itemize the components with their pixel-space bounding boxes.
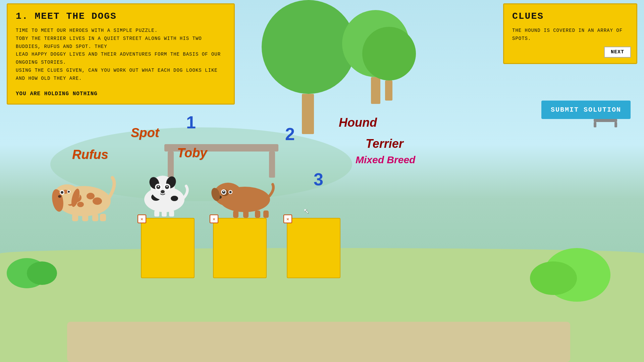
dog-rufus [47, 164, 121, 223]
path [67, 322, 570, 362]
clue-text: The hound is covered in an array of spot… [512, 27, 628, 43]
svg-point-3 [77, 202, 84, 207]
svg-rect-47 [255, 210, 260, 218]
info-heading: 1. Meet The Dogs [16, 11, 226, 21]
svg-point-40 [223, 191, 224, 192]
svg-rect-46 [243, 210, 249, 218]
holding-text: You are holding nothing [16, 91, 226, 97]
svg-point-11 [61, 191, 63, 194]
bush-left2 [27, 261, 57, 285]
svg-rect-45 [233, 210, 238, 218]
svg-point-14 [58, 195, 61, 198]
svg-point-30 [166, 186, 168, 187]
card-close-1[interactable]: ✕ [138, 215, 146, 223]
submit-solution-button[interactable]: Submit Solution [541, 101, 631, 119]
next-button[interactable]: NEXT [604, 47, 631, 58]
dog-spot [138, 164, 191, 218]
svg-rect-17 [92, 214, 98, 221]
card-close-3[interactable]: ✕ [283, 215, 292, 223]
svg-point-27 [158, 186, 159, 187]
card-slot-2[interactable]: ✕ [213, 218, 267, 278]
svg-point-2 [87, 193, 95, 199]
breed-hound: Hound [339, 116, 377, 130]
bush-right2 [530, 261, 577, 295]
number-label-1: 1 [186, 112, 196, 132]
clues-box: Clues The hound is covered in an array o… [503, 3, 637, 64]
info-box: 1. Meet The Dogs Time to meet our heroes… [7, 3, 235, 105]
svg-point-42 [229, 191, 232, 193]
card-slot-1[interactable]: ✕ [141, 218, 195, 278]
clues-heading: Clues [512, 11, 628, 21]
tree-far-right [362, 27, 416, 101]
breed-terrier: Terrier [366, 137, 404, 151]
svg-rect-34 [169, 210, 174, 217]
dog-label-spot: Spot [131, 126, 159, 140]
dog-toby [210, 161, 277, 220]
svg-point-4 [93, 197, 102, 205]
number-label-3: 3 [314, 169, 323, 189]
info-body: Time to meet our heroes with a simple pu… [16, 27, 226, 83]
svg-point-21 [171, 196, 178, 201]
dog-label-toby: Toby [177, 146, 207, 160]
svg-rect-32 [154, 210, 159, 217]
dog-label-rufus: Rufus [72, 147, 108, 162]
svg-rect-48 [263, 210, 269, 218]
tree-center [262, 0, 356, 134]
svg-point-31 [161, 190, 165, 193]
svg-rect-16 [82, 214, 88, 221]
svg-point-13 [68, 191, 70, 193]
svg-rect-15 [72, 214, 78, 221]
svg-rect-18 [100, 214, 106, 221]
number-label-2: 2 [285, 124, 295, 144]
svg-rect-33 [162, 210, 167, 217]
card-close-2[interactable]: ✕ [210, 215, 218, 223]
breed-mixed: Mixed Breed [356, 154, 415, 166]
card-slot-3[interactable]: ✕ [287, 218, 340, 278]
